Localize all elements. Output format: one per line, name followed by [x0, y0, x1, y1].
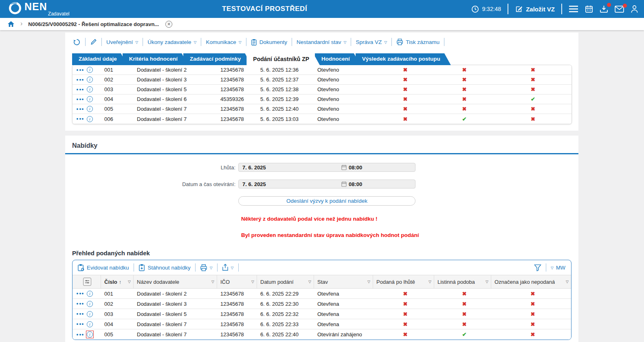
row-menu-icon[interactable] — [77, 89, 84, 90]
info-icon-wrap[interactable]: i — [87, 86, 93, 92]
deadline-time-value[interactable]: 08:00 — [349, 164, 362, 171]
view-selector[interactable]: ▽ MW — [551, 265, 565, 271]
column-header-cislo[interactable]: Číslo↑▽ — [101, 275, 134, 288]
toolbar-item-tisk-zaznamu[interactable]: Tisk záznamu — [396, 39, 440, 45]
breadcrumb-title[interactable]: N006/25/V00005292 - Řešení optimalizace … — [28, 21, 159, 27]
column-settings-icon[interactable] — [83, 278, 91, 286]
info-icon-wrap[interactable]: i — [87, 77, 93, 83]
info-icon-wrap[interactable]: i — [87, 67, 93, 73]
toolbar-item-ukony-zadavatele[interactable]: Úkony zadavatele▽ — [147, 39, 196, 45]
row-menu-icon[interactable] — [77, 99, 84, 100]
chevron-down-icon[interactable]: ▽ — [308, 280, 311, 284]
chevron-down-icon[interactable]: ▽ — [486, 280, 488, 284]
chevron-down-icon[interactable]: ▽ — [211, 280, 214, 284]
calendar-icon[interactable] — [585, 5, 593, 13]
downloads-icon[interactable] — [600, 5, 608, 13]
info-icon-wrap[interactable]: i — [87, 321, 93, 327]
table-row[interactable]: i001Dodavatel - školení 2123456785. 6. 2… — [73, 65, 571, 75]
row-menu-icon[interactable] — [77, 108, 84, 110]
column-header-podana-po-lhute[interactable]: Podaná po lhůtě▽ — [373, 275, 434, 288]
tab-zadavaci-podminky[interactable]: Zadávací podmínky — [183, 53, 251, 65]
info-icon[interactable]: i — [87, 96, 93, 102]
filter-icon[interactable] — [534, 264, 541, 271]
chevron-down-icon[interactable]: ▽ — [128, 280, 131, 284]
register-offer-button[interactable]: Evidovat nabídku — [77, 264, 129, 271]
info-icon-wrap[interactable]: i — [87, 96, 93, 102]
info-icon[interactable]: i — [87, 311, 93, 317]
menu-icon[interactable] — [569, 5, 578, 13]
tab-podani-ucastniku-zp[interactable]: Podání účastníků ZP — [246, 53, 320, 65]
column-header-nazev-dodavatele[interactable]: Název dodavatele▽ — [134, 275, 217, 288]
create-vz-button[interactable]: Založit VZ — [515, 5, 555, 13]
close-icon[interactable]: ✕ — [165, 21, 172, 28]
edit-record-icon[interactable] — [90, 38, 97, 46]
send-invitation-button[interactable]: Odeslání výzvy k podání nabídek — [238, 196, 415, 206]
info-icon[interactable]: i — [87, 77, 93, 83]
info-icon[interactable]: i — [87, 67, 93, 73]
info-icon[interactable]: i — [87, 291, 93, 297]
table-row[interactable]: i002Dodavatel - školení 3123456786. 6. 2… — [73, 299, 571, 309]
print-button[interactable]: ▽ — [200, 264, 213, 271]
row-menu-icon[interactable] — [77, 69, 84, 71]
info-icon[interactable]: i — [87, 86, 93, 92]
tab-kriteria-hodnoceni[interactable]: Kritéria hodnocení — [123, 53, 188, 65]
table-row[interactable]: i003Dodavatel - školení 5123456786. 6. 2… — [73, 309, 571, 319]
table-row[interactable]: i002Dodavatel - školení 3123456785. 6. 2… — [73, 75, 571, 85]
row-menu-icon[interactable] — [77, 79, 84, 81]
messages-icon[interactable] — [615, 6, 624, 13]
info-icon-wrap[interactable]: i — [87, 301, 93, 307]
table-row[interactable]: i005Dodavatel - školení 7123456785. 6. 2… — [73, 104, 571, 114]
chevron-down-icon[interactable]: ▽ — [429, 280, 431, 284]
toolbar-item-nestandardni-stav[interactable]: Nestandardní stav▽ — [297, 39, 346, 45]
column-header-stav[interactable]: Stav▽ — [314, 275, 373, 288]
app-logo[interactable]: NEN Zadavatel — [9, 1, 70, 17]
history-icon[interactable] — [73, 38, 81, 46]
toolbar-item-sprava-vz[interactable]: Správa VZ▽ — [356, 39, 387, 45]
info-icon[interactable]: i — [87, 331, 93, 338]
row-menu-icon[interactable] — [77, 303, 84, 305]
column-header-listinna-podoba[interactable]: Listinná podoba▽ — [434, 275, 491, 288]
column-header-datum-podani[interactable]: Datum podání▽ — [257, 275, 314, 288]
user-icon[interactable] — [631, 5, 638, 13]
row-menu-icon[interactable] — [77, 334, 84, 335]
toolbar-item-uverejneni[interactable]: Uveřejnění▽ — [106, 39, 138, 45]
row-menu-icon[interactable] — [77, 323, 84, 325]
row-menu-icon[interactable] — [77, 293, 84, 294]
table-row[interactable]: i004Dodavatel - školení 6453593265. 6. 2… — [73, 94, 571, 104]
row-menu-icon[interactable] — [77, 313, 84, 315]
opening-time-value[interactable]: 08:00 — [349, 181, 362, 187]
toolbar-item-komunikace[interactable]: Komunikace▽ — [206, 39, 241, 45]
chevron-down-icon[interactable]: ▽ — [566, 280, 569, 284]
download-offers-button[interactable]: Stáhnout nabídky — [138, 264, 191, 271]
tab-vysledek-zadavaciho-postupu[interactable]: Výsledek zadávacího postupu — [356, 53, 451, 65]
info-icon-wrap[interactable]: i — [87, 291, 93, 297]
opening-field[interactable]: 7. 6. 2025 08:00 — [238, 180, 415, 189]
info-icon-wrap[interactable]: i — [87, 311, 93, 317]
table-row[interactable]: i001Dodavatel - školení 2123456786. 6. 2… — [73, 289, 571, 299]
column-settings-cell[interactable] — [73, 275, 101, 288]
chevron-down-icon[interactable]: ▽ — [251, 280, 254, 284]
table-row[interactable]: i006Dodavatel - školení 7123456785. 6. 2… — [73, 114, 571, 124]
deadline-date-value[interactable]: 7. 6. 2025 — [242, 164, 341, 171]
info-icon[interactable]: i — [87, 301, 93, 307]
table-row[interactable]: i005Dodavatel - školení 7123456786. 6. 2… — [73, 329, 571, 340]
column-header-oznacena-jako-nepodana[interactable]: Označena jako nepodaná▽ — [491, 275, 571, 288]
toolbar-item-dokumenty[interactable]: Dokumenty — [251, 39, 287, 46]
column-header-ico[interactable]: IČO▽ — [217, 275, 257, 288]
row-menu-icon[interactable] — [77, 118, 84, 120]
table-row[interactable]: i004Dodavatel - školení 7123456786. 6. 2… — [73, 319, 571, 329]
deadline-field[interactable]: 7. 6. 2025 08:00 — [238, 163, 415, 172]
info-icon[interactable]: i — [87, 116, 93, 122]
tab-zakladni-udaje[interactable]: Základní údaje — [72, 53, 127, 65]
info-icon[interactable]: i — [87, 321, 93, 327]
opening-date-value[interactable]: 7. 6. 2025 — [242, 181, 341, 187]
tab-hodnoceni[interactable]: Hodnocení — [315, 53, 360, 65]
info-icon-wrap[interactable]: i — [87, 331, 93, 338]
table-row[interactable]: i003Dodavatel - školení 5123456785. 6. 2… — [73, 85, 571, 94]
info-icon[interactable]: i — [87, 106, 93, 112]
export-button[interactable]: ▽ — [222, 264, 234, 271]
home-icon[interactable] — [7, 21, 15, 27]
info-icon-wrap[interactable]: i — [87, 116, 93, 122]
chevron-down-icon[interactable]: ▽ — [367, 280, 370, 284]
info-icon-wrap[interactable]: i — [87, 106, 93, 112]
